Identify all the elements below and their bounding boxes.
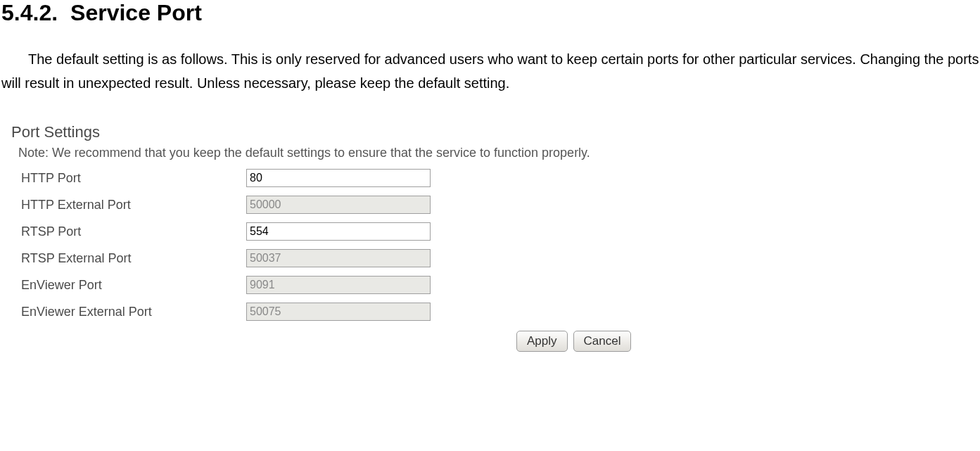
input-rtsp-port[interactable] xyxy=(246,222,431,241)
label-http-external-port: HTTP External Port xyxy=(21,198,246,212)
input-http-port[interactable] xyxy=(246,169,431,187)
form-row-enviewer-port: EnViewer Port xyxy=(21,276,687,294)
section-title: Service Port xyxy=(70,0,202,25)
input-enviewer-port xyxy=(246,276,431,294)
port-settings-panel: Port Settings Note: We recommend that yo… xyxy=(11,123,687,352)
input-rtsp-external-port xyxy=(246,249,431,267)
button-row: Apply Cancel xyxy=(516,331,687,352)
intro-paragraph-text: The default setting is as follows. This … xyxy=(1,51,979,91)
label-http-port: HTTP Port xyxy=(21,171,246,186)
label-rtsp-external-port: RTSP External Port xyxy=(21,251,246,266)
label-enviewer-port: EnViewer Port xyxy=(21,278,246,293)
apply-button[interactable]: Apply xyxy=(516,331,568,352)
section-heading: 5.4.2.Service Port xyxy=(1,0,980,26)
panel-note: Note: We recommend that you keep the def… xyxy=(18,146,687,160)
label-rtsp-port: RTSP Port xyxy=(21,224,246,239)
input-enviewer-external-port xyxy=(246,303,431,321)
cancel-button[interactable]: Cancel xyxy=(573,331,632,352)
form-row-http-port: HTTP Port xyxy=(21,169,687,187)
form-row-rtsp-external-port: RTSP External Port xyxy=(21,249,687,267)
form-row-enviewer-external-port: EnViewer External Port xyxy=(21,303,687,321)
section-number: 5.4.2. xyxy=(1,0,58,26)
form-row-rtsp-port: RTSP Port xyxy=(21,222,687,241)
panel-title: Port Settings xyxy=(11,123,687,141)
input-http-external-port xyxy=(246,196,431,214)
label-enviewer-external-port: EnViewer External Port xyxy=(21,305,246,319)
intro-paragraph: The default setting is as follows. This … xyxy=(1,47,980,95)
form-row-http-external-port: HTTP External Port xyxy=(21,196,687,214)
form-area: HTTP Port HTTP External Port RTSP Port R… xyxy=(21,169,687,321)
